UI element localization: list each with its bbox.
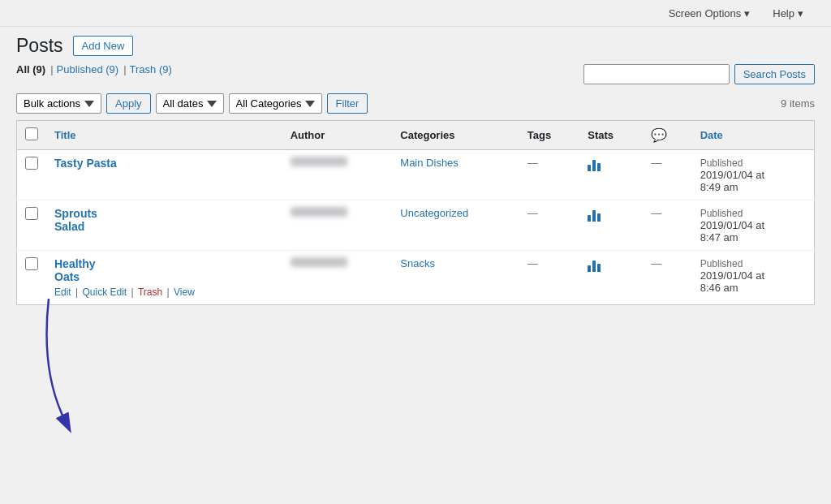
- row-stats-cell: [579, 200, 643, 251]
- search-area: Search Posts: [583, 64, 815, 84]
- row-category-cell: Main Dishes: [392, 150, 519, 200]
- help-label: Help: [773, 7, 794, 19]
- date-sort-link[interactable]: Date: [700, 129, 723, 141]
- tags-column-header: Tags: [519, 121, 579, 150]
- author-blurred: [291, 207, 347, 217]
- row-author-cell: [282, 200, 393, 251]
- row-comments-cell: —: [643, 251, 691, 305]
- row-comments-cell: —: [643, 200, 691, 251]
- row-date-cell: Published 2019/01/04 at8:46 am: [692, 251, 815, 305]
- all-dates-dropdown[interactable]: All dates: [156, 93, 224, 114]
- all-categories-dropdown[interactable]: All Categories: [229, 93, 322, 114]
- row-checkbox-cell: [17, 251, 47, 305]
- title-sort-link[interactable]: Title: [54, 129, 76, 141]
- page-title: Posts: [16, 35, 63, 57]
- title-column-header: Title: [46, 121, 282, 150]
- row-author-cell: [282, 251, 393, 305]
- row-stats-cell: [579, 150, 643, 200]
- post-title-link[interactable]: HealthyOats: [54, 257, 96, 283]
- post-title-link[interactable]: SproutsSalad: [54, 207, 97, 233]
- add-new-button[interactable]: Add New: [73, 36, 134, 56]
- stats-chart: [588, 257, 601, 272]
- row-checkbox-cell: [17, 200, 47, 251]
- stats-chart: [588, 207, 601, 222]
- author-column-header: Author: [282, 121, 393, 150]
- table-row: SproutsSalad Uncategorized —: [17, 200, 815, 251]
- filter-button[interactable]: Filter: [327, 93, 368, 114]
- bulk-actions-bar: Bulk actions Apply All dates All Categor…: [16, 93, 815, 114]
- trash-link[interactable]: Trash: [138, 286, 162, 298]
- view-link[interactable]: View: [174, 286, 195, 298]
- date-column-header: Date: [692, 121, 815, 150]
- quick-edit-link[interactable]: Quick Edit: [82, 286, 127, 298]
- row-title-cell: Tasty Pasta: [46, 150, 282, 200]
- filter-published-link[interactable]: Published (9): [57, 63, 119, 75]
- row-checkbox[interactable]: [25, 207, 38, 220]
- row-tags-cell: —: [519, 200, 579, 251]
- author-blurred: [291, 157, 347, 166]
- filter-links: All (9) | Published (9) | Trash (9): [16, 63, 174, 75]
- search-posts-button[interactable]: Search Posts: [734, 64, 815, 84]
- comment-icon: 💬: [651, 128, 667, 142]
- bulk-actions-dropdown[interactable]: Bulk actions: [16, 93, 101, 114]
- row-category-cell: Snacks: [392, 251, 519, 305]
- filter-all-link[interactable]: All (9): [16, 63, 45, 75]
- chevron-down-icon: ▾: [798, 7, 803, 19]
- row-date-cell: Published 2019/01/04 at8:49 am: [692, 150, 815, 200]
- row-tags-cell: —: [519, 150, 579, 200]
- post-title-link[interactable]: Tasty Pasta: [54, 157, 117, 170]
- items-count: 9 items: [781, 97, 815, 110]
- row-checkbox[interactable]: [25, 157, 38, 170]
- select-all-checkbox[interactable]: [25, 127, 38, 140]
- category-link[interactable]: Uncategorized: [400, 207, 468, 219]
- filter-trash-link[interactable]: Trash (9): [130, 63, 172, 75]
- screen-options-button[interactable]: Screen Options ▾: [657, 0, 762, 26]
- chevron-down-icon: ▾: [744, 7, 750, 19]
- row-title-cell: SproutsSalad: [46, 200, 282, 251]
- table-row: Tasty Pasta Main Dishes —: [17, 150, 815, 200]
- table-row: HealthyOats Edit | Quick Edit | Trash | …: [17, 251, 815, 305]
- arrow-annotation: [24, 291, 122, 437]
- stats-column-header: Stats: [579, 121, 643, 150]
- comments-column-header: 💬: [643, 121, 691, 150]
- edit-link[interactable]: Edit: [54, 286, 71, 298]
- page-header: Posts Add New: [16, 35, 815, 57]
- select-all-header: [17, 121, 47, 150]
- row-title-cell: HealthyOats Edit | Quick Edit | Trash | …: [46, 251, 282, 305]
- row-checkbox[interactable]: [25, 257, 38, 270]
- author-blurred: [291, 257, 347, 267]
- category-link[interactable]: Snacks: [400, 257, 435, 269]
- apply-button[interactable]: Apply: [106, 93, 151, 114]
- row-category-cell: Uncategorized: [392, 200, 519, 251]
- stats-chart: [588, 157, 601, 171]
- row-tags-cell: —: [519, 251, 579, 305]
- search-input[interactable]: [583, 64, 730, 84]
- posts-table: Title Author Categories Tags Stats 💬 Dat…: [16, 120, 815, 305]
- category-link[interactable]: Main Dishes: [400, 157, 459, 169]
- row-actions: Edit | Quick Edit | Trash | View: [54, 286, 274, 298]
- row-checkbox-cell: [17, 150, 47, 200]
- categories-column-header: Categories: [392, 121, 519, 150]
- row-stats-cell: [579, 251, 643, 305]
- help-button[interactable]: Help ▾: [761, 0, 815, 26]
- row-comments-cell: —: [643, 150, 691, 200]
- row-author-cell: [282, 150, 393, 200]
- screen-options-label: Screen Options: [669, 7, 742, 19]
- row-date-cell: Published 2019/01/04 at8:47 am: [692, 200, 815, 251]
